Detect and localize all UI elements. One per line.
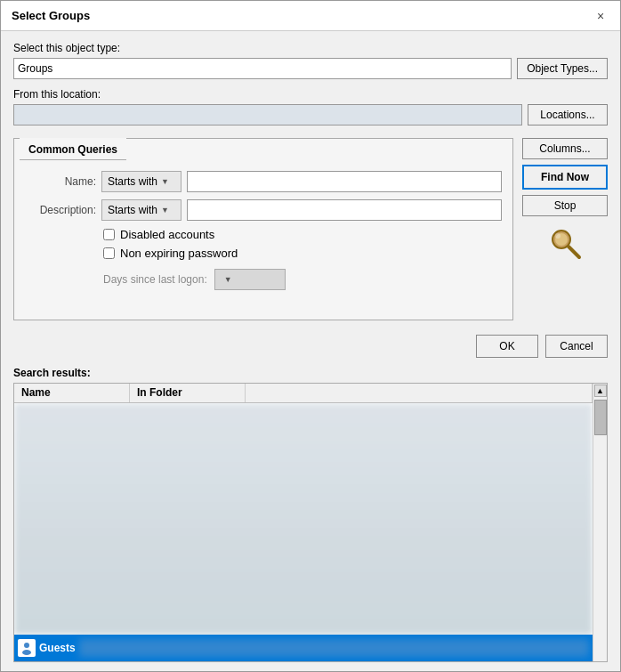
bottom-buttons: OK Cancel — [1, 328, 620, 365]
column-header-extra — [246, 384, 593, 402]
days-label: Days since last logon: — [103, 273, 207, 286]
days-dropdown-arrow: ▼ — [224, 275, 232, 284]
common-queries-tab[interactable]: Common Queries — [20, 138, 126, 160]
right-buttons-panel: Columns... Find Now Stop — [522, 138, 608, 270]
results-body: Guests — [14, 403, 593, 662]
scrollbar[interactable]: ▲ — [593, 384, 607, 662]
results-header: Name In Folder — [14, 384, 593, 403]
cancel-button[interactable]: Cancel — [545, 335, 608, 358]
name-dropdown-arrow: ▼ — [161, 177, 169, 186]
name-dropdown-label: Starts with — [108, 175, 157, 188]
location-row: Locations... — [13, 104, 608, 125]
table-scroll-wrapper: Name In Folder Gu — [14, 384, 607, 662]
description-query-row: Description: Starts with ▼ — [25, 199, 502, 221]
guests-row-blurred-value — [79, 639, 589, 657]
object-type-row: Object Types... — [13, 58, 608, 79]
non-expiring-checkbox[interactable] — [103, 247, 115, 259]
svg-line-2 — [569, 247, 579, 257]
stop-button[interactable]: Stop — [522, 195, 608, 216]
dialog-body: Select this object type: Object Types...… — [1, 31, 620, 328]
description-dropdown-label: Starts with — [108, 204, 157, 216]
object-type-input[interactable] — [13, 58, 512, 79]
dialog-window: Select Groups × Select this object type:… — [0, 0, 621, 672]
non-expiring-row: Non expiring password — [103, 247, 502, 260]
scrollbar-thumb[interactable] — [594, 400, 607, 435]
search-results-label: Search results: — [1, 365, 620, 383]
scrollbar-up-button[interactable]: ▲ — [594, 385, 607, 397]
location-input[interactable] — [13, 104, 522, 125]
svg-point-3 — [555, 233, 561, 239]
days-dropdown[interactable]: ▼ — [214, 269, 286, 290]
disabled-accounts-label[interactable]: Disabled accounts — [120, 228, 214, 241]
location-label: From this location: — [13, 88, 608, 101]
guests-row-icon — [18, 639, 36, 657]
description-dropdown-arrow: ▼ — [161, 206, 169, 215]
disabled-accounts-checkbox[interactable] — [103, 229, 115, 240]
table-main: Name In Folder Gu — [14, 384, 593, 662]
column-header-name[interactable]: Name — [14, 384, 130, 402]
disabled-accounts-row: Disabled accounts — [103, 228, 502, 241]
dialog-title: Select Groups — [12, 9, 90, 22]
description-starts-with-dropdown[interactable]: Starts with ▼ — [101, 199, 181, 221]
days-row: Days since last logon: ▼ — [103, 269, 502, 290]
queries-area: Common Queries Name: Starts with ▼ — [13, 134, 608, 320]
svg-point-4 — [24, 643, 29, 648]
name-query-row: Name: Starts with ▼ — [25, 171, 502, 192]
locations-button[interactable]: Locations... — [528, 104, 608, 125]
svg-point-5 — [22, 650, 31, 655]
description-label: Description: — [25, 204, 96, 216]
search-magnifier-icon — [545, 222, 585, 261]
name-starts-with-dropdown[interactable]: Starts with ▼ — [101, 171, 181, 192]
guests-row-text: Guests — [39, 642, 76, 654]
description-input[interactable] — [187, 199, 502, 221]
object-types-button[interactable]: Object Types... — [517, 58, 608, 79]
find-now-button[interactable]: Find Now — [522, 165, 608, 190]
common-queries-content: Name: Starts with ▼ Description: Starts … — [14, 160, 512, 320]
close-button[interactable]: × — [592, 7, 609, 25]
results-table: Name In Folder Gu — [13, 383, 608, 663]
column-header-in-folder[interactable]: In Folder — [130, 384, 246, 402]
object-type-label: Select this object type: — [13, 42, 608, 54]
name-input[interactable] — [187, 171, 502, 192]
title-bar: Select Groups × — [1, 1, 620, 31]
name-label: Name: — [25, 175, 96, 188]
blurred-rows — [14, 403, 593, 636]
ok-button[interactable]: OK — [476, 335, 538, 358]
common-queries-box: Common Queries Name: Starts with ▼ — [13, 138, 513, 320]
columns-button[interactable]: Columns... — [522, 138, 608, 159]
guests-row[interactable]: Guests — [14, 635, 593, 661]
non-expiring-label[interactable]: Non expiring password — [120, 247, 238, 260]
